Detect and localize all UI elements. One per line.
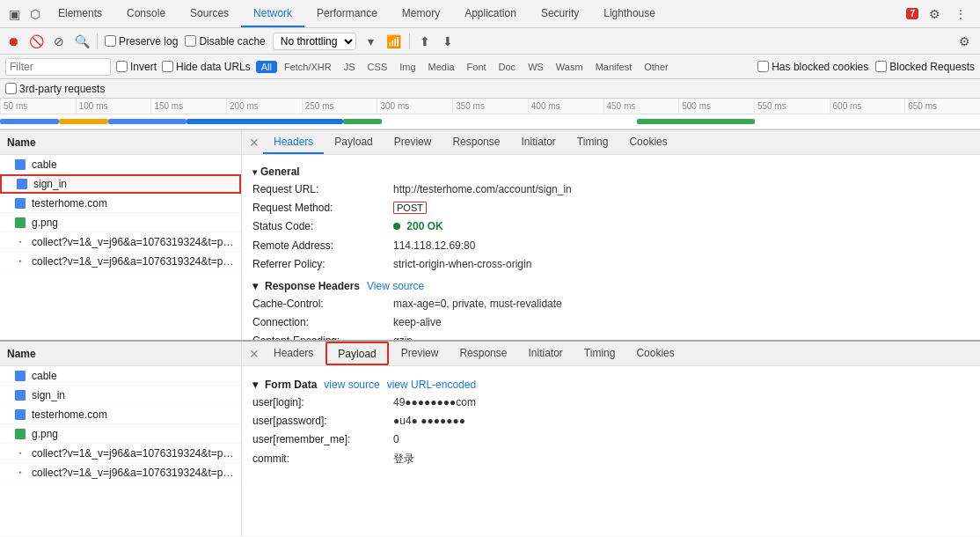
- filter-css-btn[interactable]: CSS: [362, 61, 393, 73]
- tick-11: 600 ms: [830, 99, 905, 114]
- req-item-collect2-bottom[interactable]: • collect?v=1&_v=j96&a=1076319324&t=pa..…: [0, 463, 241, 482]
- stop-recording-btn[interactable]: ⏺: [5, 33, 21, 49]
- filter-manifest-btn[interactable]: Manifest: [590, 61, 638, 73]
- view-url-encoded-link[interactable]: view URL-encoded: [387, 379, 476, 391]
- tab-network[interactable]: Network: [241, 0, 304, 27]
- top-req-list-panel: Name cable sign_in testerhome.com g.png: [0, 130, 242, 340]
- filter-fetchxhr-btn[interactable]: Fetch/XHR: [279, 61, 337, 73]
- user-login-row: user[login]: 49●●●●●●●●com: [252, 394, 969, 411]
- search-btn[interactable]: 🔍: [74, 33, 90, 49]
- detail-tab-headers-top[interactable]: Headers: [263, 130, 324, 154]
- detail-tab-payload-top[interactable]: Payload: [324, 130, 383, 154]
- detail-tab-timing-top[interactable]: Timing: [567, 130, 619, 154]
- req-item-gpng-bottom[interactable]: g.png: [0, 424, 241, 444]
- user-remember-val: 0: [393, 431, 399, 448]
- req-item-collect2-top[interactable]: • collect?v=1&_v=j96&a=1076319324&t=pa..…: [0, 252, 241, 271]
- form-data-section[interactable]: ▾ Form Data view source view URL-encoded: [252, 379, 969, 391]
- req-item-collect1-bottom[interactable]: • collect?v=1&_v=j96&a=1076319324&t=pa..…: [0, 444, 241, 463]
- filter-media-btn[interactable]: Media: [423, 61, 460, 73]
- import-icon[interactable]: ⬆: [417, 33, 433, 49]
- tab-elements[interactable]: Elements: [46, 0, 114, 27]
- preserve-log-checkbox[interactable]: [105, 35, 116, 47]
- req-item-gpng-top[interactable]: g.png: [0, 213, 241, 232]
- req-icon-signin-top: [16, 178, 28, 190]
- filter-ws-btn[interactable]: WS: [523, 61, 549, 73]
- tab-lighthouse[interactable]: Lighthouse: [591, 0, 668, 27]
- detail-tab-preview-top[interactable]: Preview: [384, 130, 442, 154]
- preserve-log-label[interactable]: Preserve log: [105, 35, 178, 48]
- detail-tab-cookies-top[interactable]: Cookies: [618, 130, 677, 154]
- clear-btn[interactable]: 🚫: [28, 33, 44, 49]
- filter-toggle-btn[interactable]: ⊘: [51, 33, 67, 49]
- status-code-key: Status Code:: [252, 218, 393, 235]
- detail-close-top[interactable]: ✕: [245, 134, 263, 151]
- detail-tab-timing-bottom[interactable]: Timing: [574, 342, 626, 365]
- throttle-arrow-icon[interactable]: ▾: [363, 33, 379, 49]
- req-item-signin-top[interactable]: sign_in: [0, 174, 241, 194]
- req-name-collect2-top: collect?v=1&_v=j96&a=1076319324&t=pa...: [32, 255, 238, 268]
- settings-right-icon[interactable]: ⚙: [954, 31, 975, 52]
- inspect-icon[interactable]: ⬡: [25, 4, 46, 25]
- tab-console[interactable]: Console: [114, 0, 178, 27]
- response-headers-section[interactable]: ▾ Response Headers View source: [252, 280, 969, 292]
- view-source-link[interactable]: View source: [367, 280, 424, 292]
- wifi-icon[interactable]: 📶: [386, 33, 402, 49]
- detail-tab-initiator-bottom[interactable]: Initiator: [517, 342, 573, 365]
- detail-tab-cookies-bottom[interactable]: Cookies: [625, 342, 684, 365]
- remote-address-key: Remote Address:: [252, 238, 393, 254]
- req-item-cable-bottom[interactable]: cable: [0, 366, 241, 386]
- tab-performance[interactable]: Performance: [304, 0, 390, 27]
- tab-application[interactable]: Application: [452, 0, 529, 27]
- has-blocked-label[interactable]: Has blocked cookies: [757, 61, 868, 73]
- referrer-policy-val: strict-origin-when-cross-origin: [393, 256, 531, 273]
- tab-security[interactable]: Security: [529, 0, 591, 27]
- filter-bar: Invert Hide data URLs All Fetch/XHR JS C…: [0, 55, 980, 79]
- tab-memory[interactable]: Memory: [390, 0, 452, 27]
- detail-close-bottom[interactable]: ✕: [245, 345, 263, 363]
- dock-icon[interactable]: ▣: [4, 4, 25, 25]
- disable-cache-checkbox[interactable]: [185, 35, 196, 47]
- req-item-testerhome-bottom[interactable]: testerhome.com: [0, 405, 241, 424]
- has-blocked-checkbox[interactable]: [757, 61, 769, 72]
- filter-js-btn[interactable]: JS: [339, 61, 361, 73]
- detail-tab-preview-bottom[interactable]: Preview: [391, 342, 450, 365]
- detail-tab-initiator-top[interactable]: Initiator: [510, 130, 566, 154]
- req-item-cable-top[interactable]: cable: [0, 155, 241, 174]
- req-icon-signin-bottom: [14, 389, 26, 401]
- detail-tab-headers-bottom[interactable]: Headers: [263, 342, 324, 365]
- blocked-requests-label[interactable]: Blocked Requests: [875, 61, 975, 73]
- filter-wasm-btn[interactable]: Wasm: [551, 61, 589, 73]
- filter-font-btn[interactable]: Font: [462, 61, 492, 73]
- more-icon[interactable]: ⋮: [950, 4, 971, 25]
- filter-input[interactable]: [5, 58, 111, 76]
- filter-all-btn[interactable]: All: [256, 61, 277, 73]
- filter-doc-btn[interactable]: Doc: [494, 61, 522, 73]
- blocked-requests-checkbox[interactable]: [875, 61, 887, 72]
- req-item-testerhome-top[interactable]: testerhome.com: [0, 194, 241, 213]
- general-section-header[interactable]: ▾ General: [252, 166, 969, 178]
- request-method-row: Request Method: POST: [252, 200, 969, 217]
- view-source-link-bottom[interactable]: view source: [324, 379, 379, 391]
- third-party-checkbox[interactable]: [5, 83, 17, 94]
- req-item-collect1-top[interactable]: • collect?v=1&_v=j96&a=1076319324&t=pa..…: [0, 232, 241, 252]
- export-icon[interactable]: ⬇: [440, 33, 456, 49]
- throttle-select[interactable]: No throttling: [273, 33, 356, 50]
- tab-sources[interactable]: Sources: [178, 0, 241, 27]
- settings-icon[interactable]: ⚙: [924, 4, 945, 25]
- timeline-bars: [0, 114, 980, 129]
- detail-tab-payload-bottom[interactable]: Payload: [325, 342, 388, 365]
- detail-tab-response-top[interactable]: Response: [442, 130, 510, 154]
- detail-tab-response-bottom[interactable]: Response: [449, 342, 517, 365]
- req-icon-testerhome-top: [14, 197, 26, 210]
- filter-img-btn[interactable]: Img: [394, 61, 421, 73]
- invert-checkbox[interactable]: [116, 61, 128, 72]
- invert-label[interactable]: Invert: [116, 61, 157, 73]
- third-party-label[interactable]: 3rd-party requests: [5, 83, 105, 95]
- gear-right-icon[interactable]: ⚙: [954, 31, 975, 52]
- hide-data-urls-checkbox[interactable]: [162, 61, 173, 72]
- commit-row: commit: 登录: [252, 451, 969, 467]
- req-item-signin-bottom[interactable]: sign_in: [0, 386, 241, 405]
- disable-cache-label[interactable]: Disable cache: [185, 35, 265, 48]
- filter-other-btn[interactable]: Other: [639, 61, 674, 73]
- hide-data-urls-label[interactable]: Hide data URLs: [162, 61, 251, 73]
